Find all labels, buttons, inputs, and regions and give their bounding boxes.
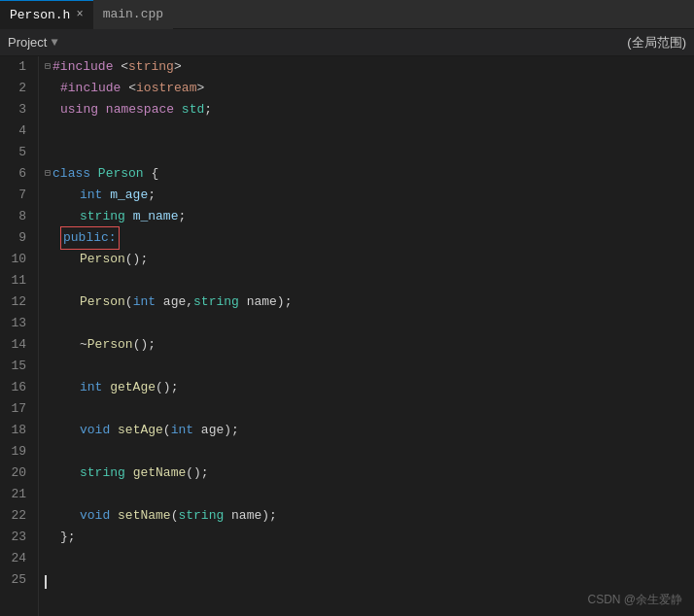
code-line-24 bbox=[45, 548, 694, 569]
editor: 1 2 3 4 5 6 7 8 9 10 11 12 13 14 15 16 1… bbox=[0, 56, 694, 616]
code-content: ⊟#include <string> #include <iostream> u… bbox=[39, 56, 694, 616]
line-num-16: 16 bbox=[8, 377, 26, 398]
code-line-9: public: bbox=[45, 227, 694, 249]
code-line-15 bbox=[45, 356, 694, 377]
line-num-15: 15 bbox=[8, 356, 26, 377]
line-num-3: 3 bbox=[8, 99, 26, 120]
fold-marker-6[interactable]: ⊟ bbox=[45, 163, 51, 185]
code-line-17 bbox=[45, 398, 694, 420]
code-line-3: using namespace std; bbox=[45, 99, 694, 120]
line-num-24: 24 bbox=[8, 548, 26, 569]
scope-label: (全局范围) bbox=[627, 34, 686, 51]
text-cursor bbox=[45, 575, 47, 589]
line-num-4: 4 bbox=[8, 120, 26, 142]
code-line-18: void setAge(int age); bbox=[45, 420, 694, 441]
code-line-4 bbox=[45, 120, 694, 142]
dropdown-arrow: ▼ bbox=[51, 36, 57, 50]
tab-person-h-label: Person.h bbox=[10, 8, 70, 22]
code-line-6: ⊟class Person { bbox=[45, 163, 694, 185]
code-line-25 bbox=[45, 569, 694, 591]
code-line-14: ~Person(); bbox=[45, 334, 694, 356]
line-num-20: 20 bbox=[8, 462, 26, 484]
line-num-10: 10 bbox=[8, 249, 26, 270]
line-num-6: 6 bbox=[8, 163, 26, 185]
line-num-21: 21 bbox=[8, 484, 26, 505]
line-num-8: 8 bbox=[8, 206, 26, 227]
line-num-13: 13 bbox=[8, 313, 26, 334]
code-line-23: }; bbox=[45, 527, 694, 548]
line-num-22: 22 bbox=[8, 505, 26, 527]
code-line-20: string getName(); bbox=[45, 462, 694, 484]
code-line-10: Person(); bbox=[45, 249, 694, 270]
line-num-9: 9 bbox=[8, 227, 26, 249]
code-line-1: ⊟#include <string> bbox=[45, 56, 694, 78]
code-line-12: Person(int age,string name); bbox=[45, 291, 694, 313]
ide-window: Person.h × main.cpp Project ▼ (全局范围) 1 2… bbox=[0, 0, 694, 616]
line-num-12: 12 bbox=[8, 291, 26, 313]
line-num-5: 5 bbox=[8, 142, 26, 163]
watermark: CSDN @余生爱静 bbox=[587, 592, 682, 608]
line-num-11: 11 bbox=[8, 270, 26, 291]
code-line-5 bbox=[45, 142, 694, 163]
line-num-19: 19 bbox=[8, 441, 26, 462]
tab-person-h[interactable]: Person.h × bbox=[0, 0, 93, 29]
tab-main-cpp[interactable]: main.cpp bbox=[93, 0, 173, 29]
line-num-1: 1 bbox=[8, 56, 26, 78]
title-bar: Person.h × main.cpp bbox=[0, 0, 694, 29]
code-line-2: #include <iostream> bbox=[45, 78, 694, 99]
tab-person-h-close[interactable]: × bbox=[76, 9, 83, 20]
line-num-2: 2 bbox=[8, 78, 26, 99]
code-line-11 bbox=[45, 270, 694, 291]
public-highlight: public: bbox=[60, 226, 120, 250]
code-line-8: string m_name; bbox=[45, 206, 694, 227]
line-num-17: 17 bbox=[8, 398, 26, 420]
fold-marker-1[interactable]: ⊟ bbox=[45, 56, 51, 78]
project-bar: Project ▼ (全局范围) bbox=[0, 29, 694, 56]
code-line-22: void setName(string name); bbox=[45, 505, 694, 527]
code-line-7: int m_age; bbox=[45, 185, 694, 206]
line-num-14: 14 bbox=[8, 334, 26, 356]
project-label: Project bbox=[8, 35, 47, 50]
code-line-21 bbox=[45, 484, 694, 505]
line-num-23: 23 bbox=[8, 527, 26, 548]
line-num-25: 25 bbox=[8, 569, 26, 591]
code-line-13 bbox=[45, 313, 694, 334]
line-numbers: 1 2 3 4 5 6 7 8 9 10 11 12 13 14 15 16 1… bbox=[0, 56, 39, 616]
code-line-16: int getAge(); bbox=[45, 377, 694, 398]
line-num-7: 7 bbox=[8, 185, 26, 206]
line-num-18: 18 bbox=[8, 420, 26, 441]
tab-main-cpp-label: main.cpp bbox=[103, 7, 163, 21]
code-line-19 bbox=[45, 441, 694, 462]
